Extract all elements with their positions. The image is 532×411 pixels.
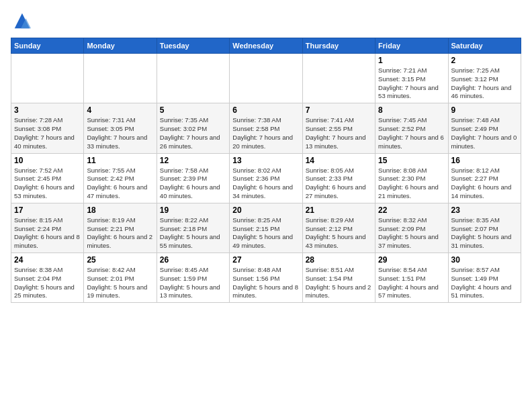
calendar-cell: 8Sunrise: 7:45 AM Sunset: 2:52 PM Daylig… — [375, 103, 448, 153]
day-number: 16 — [451, 156, 518, 165]
day-number: 17 — [14, 205, 81, 215]
calendar-cell: 22Sunrise: 8:32 AM Sunset: 2:09 PM Dayli… — [375, 203, 448, 253]
day-number: 2 — [451, 56, 518, 65]
day-info: Sunrise: 8:19 AM Sunset: 2:21 PM Dayligh… — [87, 216, 153, 250]
day-number: 28 — [306, 255, 372, 265]
calendar-cell: 15Sunrise: 8:08 AM Sunset: 2:30 PM Dayli… — [375, 153, 448, 203]
calendar-cell: 26Sunrise: 8:45 AM Sunset: 1:59 PM Dayli… — [157, 253, 229, 303]
day-info: Sunrise: 8:15 AM Sunset: 2:24 PM Dayligh… — [14, 216, 81, 250]
calendar-cell: 6Sunrise: 7:38 AM Sunset: 2:58 PM Daylig… — [230, 103, 302, 153]
calendar-cell: 20Sunrise: 8:25 AM Sunset: 2:15 PM Dayli… — [230, 203, 302, 253]
calendar-cell: 23Sunrise: 8:35 AM Sunset: 2:07 PM Dayli… — [448, 203, 521, 253]
calendar-table: SundayMondayTuesdayWednesdayThursdayFrid… — [11, 38, 521, 303]
day-info: Sunrise: 8:29 AM Sunset: 2:12 PM Dayligh… — [306, 216, 372, 250]
calendar-day-header: Friday — [375, 38, 448, 54]
day-number: 25 — [87, 255, 153, 265]
calendar-cell — [302, 54, 375, 103]
calendar-day-header: Sunday — [11, 38, 84, 54]
logo — [11, 11, 31, 30]
day-info: Sunrise: 7:48 AM Sunset: 2:49 PM Dayligh… — [451, 116, 518, 150]
calendar-header-row: SundayMondayTuesdayWednesdayThursdayFrid… — [11, 38, 521, 54]
day-number: 29 — [378, 255, 445, 265]
day-number: 18 — [87, 205, 153, 215]
day-info: Sunrise: 7:58 AM Sunset: 2:39 PM Dayligh… — [160, 167, 226, 201]
calendar-cell: 18Sunrise: 8:19 AM Sunset: 2:21 PM Dayli… — [84, 203, 157, 253]
page-header — [11, 11, 521, 30]
day-info: Sunrise: 8:02 AM Sunset: 2:36 PM Dayligh… — [232, 167, 299, 201]
day-number: 8 — [378, 105, 445, 115]
day-info: Sunrise: 8:35 AM Sunset: 2:07 PM Dayligh… — [451, 216, 518, 250]
calendar-cell — [11, 54, 84, 103]
calendar-cell — [84, 54, 157, 103]
calendar-week-row: 24Sunrise: 8:38 AM Sunset: 2:04 PM Dayli… — [11, 253, 521, 303]
calendar-cell: 16Sunrise: 8:12 AM Sunset: 2:27 PM Dayli… — [448, 153, 521, 203]
calendar-cell: 3Sunrise: 7:28 AM Sunset: 3:08 PM Daylig… — [11, 103, 84, 153]
calendar-cell: 25Sunrise: 8:42 AM Sunset: 2:01 PM Dayli… — [84, 253, 157, 303]
calendar-day-header: Monday — [84, 38, 157, 54]
day-info: Sunrise: 8:38 AM Sunset: 2:04 PM Dayligh… — [14, 266, 81, 300]
day-number: 10 — [14, 156, 81, 165]
calendar-day-header: Tuesday — [157, 38, 229, 54]
day-number: 24 — [14, 255, 81, 265]
day-number: 11 — [87, 156, 153, 165]
day-info: Sunrise: 8:05 AM Sunset: 2:33 PM Dayligh… — [306, 167, 372, 201]
day-number: 26 — [160, 255, 226, 265]
day-info: Sunrise: 7:25 AM Sunset: 3:12 PM Dayligh… — [451, 66, 518, 101]
calendar-cell: 2Sunrise: 7:25 AM Sunset: 3:12 PM Daylig… — [448, 54, 521, 103]
day-number: 22 — [378, 205, 445, 215]
day-number: 23 — [451, 205, 518, 215]
day-info: Sunrise: 7:52 AM Sunset: 2:45 PM Dayligh… — [14, 167, 81, 201]
day-info: Sunrise: 8:42 AM Sunset: 2:01 PM Dayligh… — [87, 266, 153, 300]
day-info: Sunrise: 8:57 AM Sunset: 1:49 PM Dayligh… — [451, 266, 518, 300]
calendar-cell: 30Sunrise: 8:57 AM Sunset: 1:49 PM Dayli… — [448, 253, 521, 303]
calendar-cell: 4Sunrise: 7:31 AM Sunset: 3:05 PM Daylig… — [84, 103, 157, 153]
calendar-cell: 10Sunrise: 7:52 AM Sunset: 2:45 PM Dayli… — [11, 153, 84, 203]
calendar-week-row: 10Sunrise: 7:52 AM Sunset: 2:45 PM Dayli… — [11, 153, 521, 203]
day-info: Sunrise: 7:21 AM Sunset: 3:15 PM Dayligh… — [378, 66, 445, 101]
day-number: 13 — [232, 156, 299, 165]
day-info: Sunrise: 8:25 AM Sunset: 2:15 PM Dayligh… — [232, 216, 299, 250]
calendar-cell: 17Sunrise: 8:15 AM Sunset: 2:24 PM Dayli… — [11, 203, 84, 253]
calendar-cell: 1Sunrise: 7:21 AM Sunset: 3:15 PM Daylig… — [375, 54, 448, 103]
calendar-cell: 28Sunrise: 8:51 AM Sunset: 1:54 PM Dayli… — [302, 253, 375, 303]
day-info: Sunrise: 7:28 AM Sunset: 3:08 PM Dayligh… — [14, 116, 81, 150]
calendar-week-row: 17Sunrise: 8:15 AM Sunset: 2:24 PM Dayli… — [11, 203, 521, 253]
day-info: Sunrise: 7:41 AM Sunset: 2:55 PM Dayligh… — [306, 116, 372, 150]
day-number: 21 — [306, 205, 372, 215]
calendar-cell: 9Sunrise: 7:48 AM Sunset: 2:49 PM Daylig… — [448, 103, 521, 153]
day-info: Sunrise: 7:31 AM Sunset: 3:05 PM Dayligh… — [87, 116, 153, 150]
day-number: 1 — [378, 56, 445, 65]
day-number: 30 — [451, 255, 518, 265]
calendar-cell: 19Sunrise: 8:22 AM Sunset: 2:18 PM Dayli… — [157, 203, 229, 253]
calendar-cell: 24Sunrise: 8:38 AM Sunset: 2:04 PM Dayli… — [11, 253, 84, 303]
calendar-day-header: Saturday — [448, 38, 521, 54]
calendar-cell — [157, 54, 229, 103]
day-number: 9 — [451, 105, 518, 115]
calendar-cell: 21Sunrise: 8:29 AM Sunset: 2:12 PM Dayli… — [302, 203, 375, 253]
day-number: 14 — [306, 156, 372, 165]
calendar-week-row: 3Sunrise: 7:28 AM Sunset: 3:08 PM Daylig… — [11, 103, 521, 153]
day-info: Sunrise: 8:51 AM Sunset: 1:54 PM Dayligh… — [306, 266, 372, 300]
day-info: Sunrise: 8:45 AM Sunset: 1:59 PM Dayligh… — [160, 266, 226, 300]
calendar-day-header: Wednesday — [230, 38, 302, 54]
day-number: 7 — [306, 105, 372, 115]
calendar-cell: 11Sunrise: 7:55 AM Sunset: 2:42 PM Dayli… — [84, 153, 157, 203]
calendar-cell: 27Sunrise: 8:48 AM Sunset: 1:56 PM Dayli… — [230, 253, 302, 303]
day-number: 19 — [160, 205, 226, 215]
day-info: Sunrise: 8:54 AM Sunset: 1:51 PM Dayligh… — [378, 266, 445, 300]
day-number: 12 — [160, 156, 226, 165]
day-info: Sunrise: 8:12 AM Sunset: 2:27 PM Dayligh… — [451, 167, 518, 201]
calendar-cell: 13Sunrise: 8:02 AM Sunset: 2:36 PM Dayli… — [230, 153, 302, 203]
calendar-cell: 12Sunrise: 7:58 AM Sunset: 2:39 PM Dayli… — [157, 153, 229, 203]
day-info: Sunrise: 7:45 AM Sunset: 2:52 PM Dayligh… — [378, 116, 445, 150]
calendar-cell: 29Sunrise: 8:54 AM Sunset: 1:51 PM Dayli… — [375, 253, 448, 303]
day-number: 5 — [160, 105, 226, 115]
day-number: 20 — [232, 205, 299, 215]
day-info: Sunrise: 8:48 AM Sunset: 1:56 PM Dayligh… — [232, 266, 299, 300]
day-number: 15 — [378, 156, 445, 165]
day-info: Sunrise: 8:32 AM Sunset: 2:09 PM Dayligh… — [378, 216, 445, 250]
day-info: Sunrise: 7:35 AM Sunset: 3:02 PM Dayligh… — [160, 116, 226, 150]
day-number: 4 — [87, 105, 153, 115]
day-number: 6 — [232, 105, 299, 115]
day-info: Sunrise: 8:22 AM Sunset: 2:18 PM Dayligh… — [160, 216, 226, 250]
